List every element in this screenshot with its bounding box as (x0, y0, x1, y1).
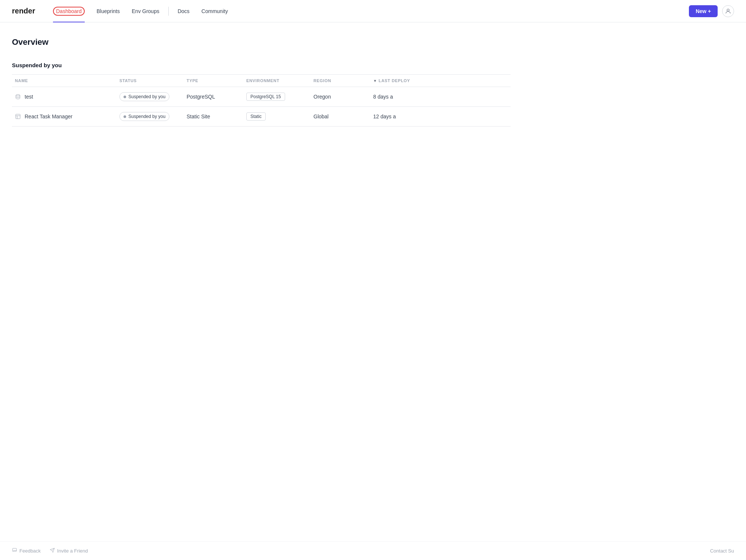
col-name: NAME (12, 78, 116, 83)
svg-point-0 (727, 9, 729, 11)
status-badge-rtm: Suspended by you (119, 112, 169, 121)
service-name-cell: React Task Manager (12, 113, 116, 119)
section-title: Suspended by you (12, 62, 511, 68)
svg-point-1 (16, 94, 20, 96)
col-region: REGION (310, 78, 370, 83)
nav-link-blueprints[interactable]: Blueprints (91, 5, 126, 17)
region-cell-rtm: Global (310, 113, 370, 119)
col-type: TYPE (184, 78, 243, 83)
services-table: NAME STATUS TYPE ENVIRONMENT REGION ▼ LA… (12, 74, 511, 127)
region-cell-test: Oregon (310, 94, 370, 100)
status-cell-rtm: Suspended by you (116, 112, 184, 121)
nav-link-community[interactable]: Community (196, 5, 234, 17)
table-row[interactable]: test Suspended by you PostgreSQL Postgre… (12, 87, 511, 107)
environment-cell-test: PostgreSQL 15 (243, 93, 310, 101)
nav-link-docs[interactable]: Docs (172, 5, 196, 17)
user-avatar[interactable] (722, 5, 734, 17)
navbar: render Dashboard Blueprints Env Groups D… (0, 0, 746, 22)
status-cell-test: Suspended by you (116, 92, 184, 101)
db-icon (15, 94, 21, 100)
service-name-cell: test (12, 94, 116, 100)
page-title: Overview (12, 37, 511, 47)
col-environment: ENVIRONMENT (243, 78, 310, 83)
brand-logo[interactable]: render (12, 7, 35, 15)
nav-right: New + (689, 5, 734, 17)
env-badge-test: PostgreSQL 15 (246, 93, 285, 101)
status-dot-rtm (124, 115, 126, 118)
suspended-section: Suspended by you NAME STATUS TYPE ENVIRO… (12, 62, 511, 127)
table-header: NAME STATUS TYPE ENVIRONMENT REGION ▼ LA… (12, 75, 511, 87)
svg-rect-2 (16, 114, 20, 119)
static-site-icon (15, 113, 21, 119)
last-deploy-cell-rtm: 12 days a (370, 113, 511, 119)
nav-links: Dashboard Blueprints Env Groups Docs Com… (47, 4, 689, 19)
status-badge-test: Suspended by you (119, 92, 169, 101)
col-last-deploy[interactable]: ▼ LAST DEPLOY (370, 78, 511, 83)
type-cell-rtm: Static Site (184, 113, 243, 119)
service-link-react-task-manager[interactable]: React Task Manager (25, 113, 72, 119)
new-button[interactable]: New + (689, 5, 718, 17)
sort-arrow-icon: ▼ (373, 79, 377, 83)
nav-divider (168, 7, 169, 16)
main-content: Overview Suspended by you NAME STATUS TY… (0, 22, 522, 141)
status-dot-test (124, 96, 126, 98)
environment-cell-rtm: Static (243, 112, 310, 121)
env-badge-rtm: Static (246, 112, 266, 121)
service-link-test[interactable]: test (25, 94, 33, 100)
last-deploy-cell-test: 8 days a (370, 94, 511, 100)
nav-link-env-groups[interactable]: Env Groups (126, 5, 165, 17)
type-cell-test: PostgreSQL (184, 94, 243, 100)
nav-link-dashboard[interactable]: Dashboard (47, 4, 91, 19)
dashboard-label: Dashboard (53, 7, 85, 16)
table-row[interactable]: React Task Manager Suspended by you Stat… (12, 107, 511, 127)
col-status: STATUS (116, 78, 184, 83)
